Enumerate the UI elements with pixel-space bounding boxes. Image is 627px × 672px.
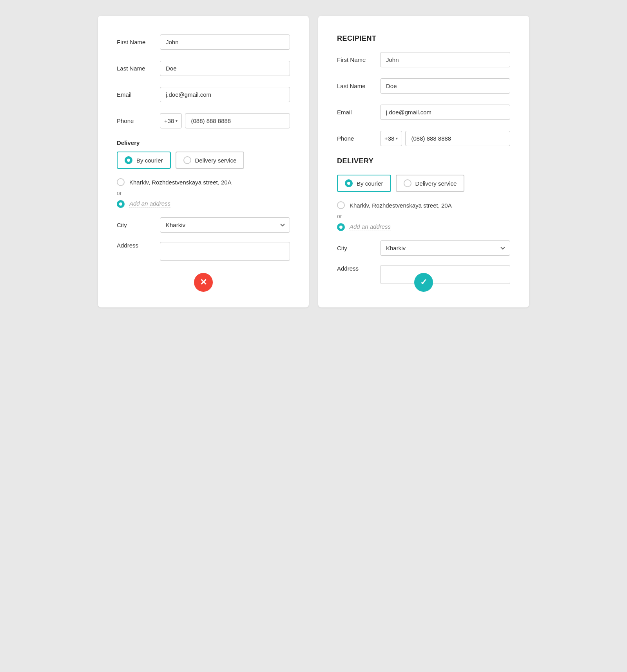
recipient-phone-code-value: +38	[384, 135, 394, 142]
recipient-phone-code-arrow: ▾	[396, 136, 398, 141]
recipient-add-address-text[interactable]: Add an address	[350, 223, 391, 231]
address-input[interactable]	[160, 242, 290, 261]
recipient-first-name-row: First Name	[337, 52, 510, 67]
first-name-input[interactable]	[160, 34, 290, 50]
phone-number-input[interactable]	[185, 113, 290, 128]
cancel-button[interactable]: ✕	[194, 273, 213, 292]
add-address-row: Add an address	[117, 200, 290, 208]
city-select[interactable]: Kharkiv	[160, 217, 290, 233]
first-name-label: First Name	[117, 39, 160, 45]
phone-code-arrow: ▾	[176, 119, 178, 123]
recipient-city-label: City	[337, 245, 380, 251]
by-courier-label: By courier	[136, 157, 163, 164]
recipient-email-input[interactable]	[380, 105, 510, 120]
recipient-last-name-input[interactable]	[380, 78, 510, 94]
confirm-icon: ✓	[420, 277, 427, 287]
last-name-row: Last Name	[117, 61, 290, 76]
city-row: City Kharkiv	[117, 217, 290, 233]
delivery-options: By courier Delivery service	[117, 152, 290, 169]
recipient-address-input[interactable]	[380, 265, 510, 284]
recipient-phone-code-selector[interactable]: +38 ▾	[380, 131, 402, 146]
delivery-service-radio	[183, 156, 191, 164]
recipient-address-label: Address	[337, 265, 380, 272]
recipient-by-courier-label: By courier	[357, 180, 383, 187]
last-name-input[interactable]	[160, 61, 290, 76]
by-courier-radio	[125, 156, 132, 164]
recipient-existing-address-option[interactable]: Kharkiv, Rozhdestvenskaya street, 20A	[337, 201, 510, 209]
recipient-add-address-radio	[337, 223, 345, 231]
recipient-existing-address-radio	[337, 201, 345, 209]
recipient-by-courier-radio	[345, 179, 353, 187]
phone-row: Phone +38 ▾	[117, 113, 290, 128]
recipient-delivery-service-button[interactable]: Delivery service	[396, 175, 465, 192]
recipient-email-row: Email	[337, 105, 510, 120]
recipient-by-courier-button[interactable]: By courier	[337, 175, 391, 192]
by-courier-button[interactable]: By courier	[117, 152, 171, 169]
email-input[interactable]	[160, 87, 290, 102]
confirm-button[interactable]: ✓	[414, 273, 433, 292]
phone-code-selector[interactable]: +38 ▾	[160, 113, 182, 128]
delivery-service-label: Delivery service	[195, 157, 237, 164]
delivery-title: DELIVERY	[337, 157, 510, 165]
existing-address-text: Kharkiv, Rozhdestvenskaya street, 20A	[129, 179, 232, 186]
recipient-or-text: or	[337, 213, 510, 219]
existing-address-radio	[117, 178, 125, 186]
existing-address-option[interactable]: Kharkiv, Rozhdestvenskaya street, 20A	[117, 178, 290, 186]
add-address-radio	[117, 200, 125, 208]
recipient-last-name-row: Last Name	[337, 78, 510, 94]
email-label: Email	[117, 91, 160, 98]
delivery-service-button[interactable]: Delivery service	[176, 152, 245, 169]
phone-label: Phone	[117, 117, 160, 124]
left-card: First Name Last Name Email Phone +38 ▾ D	[98, 16, 309, 307]
recipient-last-name-label: Last Name	[337, 83, 380, 89]
recipient-phone-input-group: +38 ▾	[380, 131, 510, 146]
right-card: RECIPIENT First Name Last Name Email Pho…	[318, 16, 529, 307]
recipient-phone-row: Phone +38 ▾	[337, 131, 510, 146]
city-label: City	[117, 222, 160, 228]
recipient-delivery-service-radio	[404, 179, 411, 187]
recipient-add-address-row: Add an address	[337, 223, 510, 231]
page-wrapper: First Name Last Name Email Phone +38 ▾ D	[98, 16, 529, 307]
address-row: Address	[117, 242, 290, 261]
recipient-email-label: Email	[337, 109, 380, 116]
recipient-first-name-label: First Name	[337, 56, 380, 63]
phone-input-group: +38 ▾	[160, 113, 290, 128]
or-text: or	[117, 190, 290, 196]
recipient-delivery-options: By courier Delivery service	[337, 175, 510, 192]
last-name-label: Last Name	[117, 65, 160, 72]
recipient-first-name-input[interactable]	[380, 52, 510, 67]
first-name-row: First Name	[117, 34, 290, 50]
email-row: Email	[117, 87, 290, 102]
recipient-title: RECIPIENT	[337, 34, 510, 43]
recipient-existing-address-text: Kharkiv, Rozhdestvenskaya street, 20A	[350, 202, 452, 209]
phone-code-value: +38	[164, 117, 174, 124]
delivery-section-label: Delivery	[117, 139, 290, 146]
cancel-icon: ✕	[200, 277, 207, 287]
recipient-delivery-service-label: Delivery service	[415, 180, 457, 187]
recipient-phone-number-input[interactable]	[405, 131, 510, 146]
add-address-text[interactable]: Add an address	[129, 200, 170, 208]
recipient-city-select[interactable]: Kharkiv	[380, 240, 510, 256]
address-label: Address	[117, 242, 160, 249]
recipient-city-row: City Kharkiv	[337, 240, 510, 256]
recipient-phone-label: Phone	[337, 135, 380, 142]
